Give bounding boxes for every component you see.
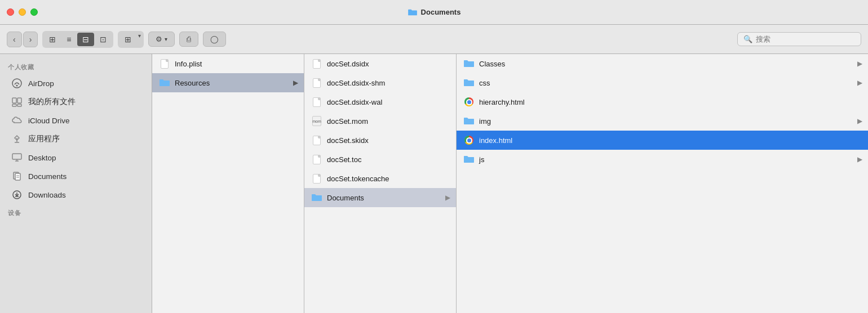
sidebar-item-documents[interactable]: Documents <box>3 167 148 185</box>
svg-point-0 <box>12 79 21 88</box>
svg-point-1 <box>16 85 18 87</box>
file-column-2: docSet.dsidx docSet.dsidx-shm docSet.dsi… <box>304 54 457 313</box>
arrow-icon: ▶ <box>857 60 862 68</box>
svg-rect-2 <box>12 98 16 103</box>
gear-icon: ⚙ <box>156 35 162 43</box>
forward-button[interactable]: › <box>23 32 38 47</box>
file-icon <box>311 173 322 184</box>
view-mode-group: ⊞ ≡ ⊟ ⊡ <box>42 31 113 48</box>
arrow-icon: ▶ <box>445 194 450 202</box>
list-item[interactable]: css ▶ <box>457 73 868 92</box>
traffic-lights <box>7 8 38 16</box>
svg-rect-8 <box>15 173 20 180</box>
file-name: docSet.dsidx-wal <box>327 98 382 106</box>
list-item[interactable]: Info.plist <box>152 54 304 73</box>
tag-icon: ◯ <box>210 35 219 43</box>
list-item[interactable]: docSet.dsidx <box>304 54 456 73</box>
list-item[interactable]: hierarchy.html <box>457 92 868 111</box>
view-list-button[interactable]: ≡ <box>61 33 76 46</box>
file-icon <box>311 154 322 165</box>
sidebar-item-desktop[interactable]: Desktop <box>3 149 148 167</box>
view-icon-button[interactable]: ⊞ <box>44 33 61 46</box>
file-name: img <box>479 117 491 126</box>
sidebar-item-allfiles[interactable]: 我的所有文件 <box>3 93 148 111</box>
share-icon: ⎙ <box>187 35 191 43</box>
file-column-3: Classes ▶ css ▶ hierarchy.html <box>457 54 868 313</box>
file-name: Info.plist <box>175 60 202 68</box>
file-name: docSet.dsidx-shm <box>327 79 385 87</box>
file-icon: mom <box>311 115 322 127</box>
list-item[interactable]: mom docSet.mom <box>304 111 456 131</box>
file-name: css <box>479 79 490 87</box>
list-item[interactable]: docSet.skidx <box>304 131 456 150</box>
nav-buttons: ‹ › <box>7 32 38 47</box>
list-item[interactable]: Documents ▶ <box>304 188 456 207</box>
search-box[interactable]: 🔍 <box>737 32 861 46</box>
folder-icon <box>159 77 170 88</box>
file-name: Documents <box>327 194 364 202</box>
toolbar: ‹ › ⊞ ≡ ⊟ ⊡ ⊞ ▾ ⚙ ▾ ⎙ ◯ 🔍 <box>0 25 868 54</box>
close-button[interactable] <box>7 8 14 16</box>
search-input[interactable] <box>756 35 855 43</box>
list-item[interactable]: Resources ▶ <box>152 73 304 92</box>
minimize-button[interactable] <box>19 8 26 16</box>
icloud-icon <box>11 115 23 126</box>
list-item[interactable]: docSet.tokencache <box>304 169 456 188</box>
sidebar-item-downloads[interactable]: Downloads <box>3 186 148 204</box>
view-cover-button[interactable]: ⊡ <box>95 33 112 46</box>
file-name: docSet.dsidx <box>327 60 369 68</box>
arrow-icon: ▶ <box>293 79 298 87</box>
sidebar-label-documents: Documents <box>28 172 67 181</box>
folder-icon <box>463 58 475 69</box>
list-item[interactable]: index.html <box>457 131 868 150</box>
sidebar-item-apps[interactable]: 应用程序 <box>3 130 148 148</box>
share-button[interactable]: ⎙ <box>179 32 198 47</box>
view-columns-button[interactable]: ⊟ <box>77 33 94 46</box>
list-item[interactable]: docSet.dsidx-wal <box>304 92 456 111</box>
file-icon <box>311 96 322 108</box>
sidebar-section-favorites: 个人收藏 <box>0 59 152 74</box>
list-item[interactable]: Classes ▶ <box>457 54 868 73</box>
sidebar-label-downloads: Downloads <box>28 191 66 199</box>
group-button[interactable]: ⊞ <box>119 33 136 46</box>
sidebar-label-icloud: iCloud Drive <box>28 117 70 125</box>
file-name: js <box>479 155 484 164</box>
sidebar-item-airdrop[interactable]: AirDrop <box>3 74 148 92</box>
sidebar: 个人收藏 AirDrop 我的所有文件 <box>0 54 152 313</box>
file-name: index.html <box>479 136 512 145</box>
airdrop-icon <box>11 78 23 89</box>
folder-icon <box>463 154 475 165</box>
list-item[interactable]: docSet.toc <box>304 150 456 169</box>
file-name: docSet.tokencache <box>327 175 389 183</box>
file-name: docSet.skidx <box>327 136 369 145</box>
file-icon <box>311 77 322 88</box>
file-icon <box>311 135 322 146</box>
file-icon <box>311 58 322 69</box>
list-item[interactable]: img ▶ <box>457 111 868 131</box>
chrome-file-icon <box>463 96 475 108</box>
svg-rect-3 <box>17 98 21 103</box>
sidebar-label-airdrop: AirDrop <box>28 79 54 88</box>
window-title-area: Documents <box>408 8 461 16</box>
sidebar-section-devices: 设备 <box>0 204 152 220</box>
sidebar-item-icloud[interactable]: iCloud Drive <box>3 111 148 129</box>
group-chevron: ▾ <box>137 33 142 46</box>
folder-icon <box>463 77 475 88</box>
downloads-icon <box>11 189 23 200</box>
list-item[interactable]: docSet.dsidx-shm <box>304 73 456 92</box>
maximize-button[interactable] <box>30 8 38 16</box>
file-name: Classes <box>479 60 505 68</box>
list-item[interactable]: js ▶ <box>457 150 868 169</box>
tag-button[interactable]: ◯ <box>203 32 226 47</box>
file-area: Info.plist Resources ▶ docSet.dsidx <box>152 54 868 313</box>
file-name: hierarchy.html <box>479 98 525 106</box>
folder-icon <box>408 8 418 16</box>
folder-icon <box>463 115 475 127</box>
back-button[interactable]: ‹ <box>7 32 22 47</box>
action-gear-button[interactable]: ⚙ ▾ <box>148 32 175 47</box>
title-bar: Documents <box>0 0 868 25</box>
main-content: 个人收藏 AirDrop 我的所有文件 <box>0 54 868 313</box>
group-button-group: ⊞ ▾ <box>118 31 144 48</box>
file-icon <box>159 58 170 69</box>
gear-chevron-icon: ▾ <box>165 36 167 42</box>
